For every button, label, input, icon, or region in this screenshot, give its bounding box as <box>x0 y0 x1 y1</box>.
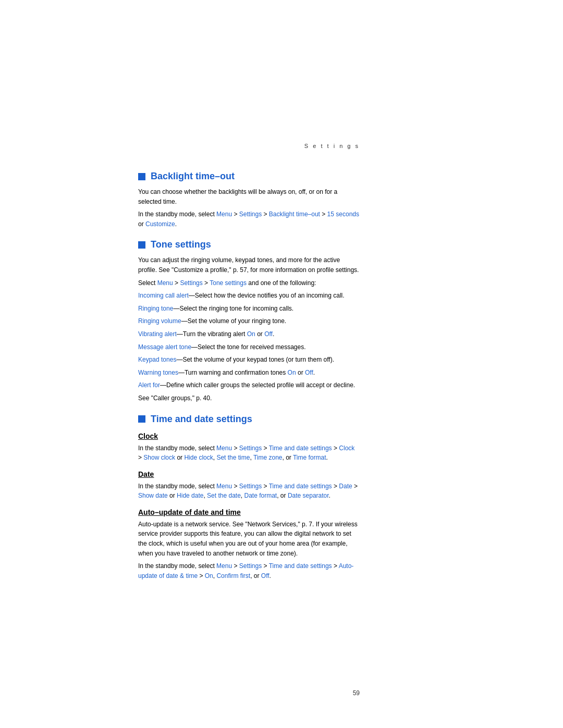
section-icon-timedate <box>138 415 145 423</box>
link-off-1: Off <box>264 330 273 338</box>
subsection-clock: Clock <box>138 432 360 440</box>
tone-item-6: Keypad tones—Set the volume of your keyp… <box>138 355 360 365</box>
section-timedate: Time and date settings <box>138 414 360 425</box>
tone-item-7: Warning tones—Turn warning and confirmat… <box>138 368 360 378</box>
link-settings-1: Settings <box>239 211 262 218</box>
date-instruction: In the standby mode, select Menu > Setti… <box>138 482 360 501</box>
link-show-clock: Show clock <box>143 454 175 461</box>
tone-instruction: Select Menu > Settings > Tone settings a… <box>138 278 360 288</box>
link-settings-5: Settings <box>239 562 262 570</box>
page-container: S e t t i n g s Backlight time–out You c… <box>0 0 563 728</box>
header-title: S e t t i n g s <box>304 143 360 149</box>
subsection-autoupdate: Auto–update of date and time <box>138 508 360 516</box>
link-on-2: On <box>288 369 296 376</box>
link-menu-4: Menu <box>216 483 232 490</box>
page-number: 59 <box>353 689 360 697</box>
link-time-date-settings-2: Time and date settings <box>269 483 332 490</box>
tone-caller-groups: See "Caller groups," p. 40. <box>138 393 360 403</box>
link-time-date-settings-3: Time and date settings <box>269 562 332 570</box>
subsection-date: Date <box>138 470 360 478</box>
section-title-tone: Tone settings <box>151 239 211 250</box>
tone-item-5: Message alert tone—Select the tone for r… <box>138 342 360 352</box>
section-tone: Tone settings <box>138 239 360 250</box>
link-alert-for: Alert for <box>138 381 160 389</box>
link-off-2: Off <box>305 369 313 376</box>
link-keypad-tones: Keypad tones <box>138 356 176 363</box>
link-time-format: Time format <box>293 454 326 461</box>
link-time-zone: Time zone <box>253 454 283 461</box>
tone-item-2: Ringing tone—Select the ringing tone for… <box>138 304 360 314</box>
link-customize: Customize <box>145 220 175 228</box>
content-area: Backlight time–out You can choose whethe… <box>0 171 563 581</box>
link-hide-clock: Hide clock <box>184 454 213 461</box>
tone-item-8: Alert for—Define which caller groups the… <box>138 380 360 390</box>
autoupdate-instruction: In the standby mode, select Menu > Setti… <box>138 561 360 581</box>
clock-instruction: In the standby mode, select Menu > Setti… <box>138 443 360 463</box>
section-backlight: Backlight time–out <box>138 171 360 182</box>
link-on-3: On <box>205 572 213 579</box>
section-title-backlight: Backlight time–out <box>151 171 235 182</box>
tone-item-3: Ringing volume—Set the volume of your ri… <box>138 316 360 326</box>
link-settings-3: Settings <box>239 445 262 452</box>
link-time-date-settings-1: Time and date settings <box>269 445 332 452</box>
link-tone-settings: Tone settings <box>210 279 247 287</box>
link-message-alert-tone: Message alert tone <box>138 343 191 351</box>
link-warning-tones: Warning tones <box>138 369 178 376</box>
link-off-3: Off <box>261 572 270 579</box>
tone-item-4: Vibrating alert—Turn the vibrating alert… <box>138 329 360 339</box>
link-confirm-first: Confirm first <box>216 572 250 579</box>
link-date-separator: Date separator <box>288 492 329 499</box>
tone-desc: You can adjust the ringing volume, keypa… <box>138 255 360 275</box>
link-menu-1: Menu <box>216 211 232 218</box>
link-date-format: Date format <box>244 492 277 499</box>
link-incoming-call-alert: Incoming call alert <box>138 292 189 299</box>
link-menu-3: Menu <box>216 445 232 452</box>
autoupdate-desc: Auto-update is a network service. See "N… <box>138 520 360 558</box>
link-settings-4: Settings <box>239 483 262 490</box>
link-menu-5: Menu <box>216 562 232 570</box>
section-title-timedate: Time and date settings <box>151 414 252 425</box>
section-icon-tone <box>138 241 145 249</box>
link-menu-2: Menu <box>157 279 173 287</box>
link-ringing-tone: Ringing tone <box>138 305 173 312</box>
link-set-time: Set the time <box>216 454 250 461</box>
tone-item-1: Incoming call alert—Select how the devic… <box>138 291 360 301</box>
backlight-instruction: In the standby mode, select Menu > Setti… <box>138 209 360 229</box>
link-15seconds: 15 seconds <box>327 211 359 218</box>
link-date: Date <box>339 483 352 490</box>
link-set-date: Set the date <box>207 492 241 499</box>
link-settings-2: Settings <box>180 279 202 287</box>
link-show-date: Show date <box>138 492 168 499</box>
backlight-desc: You can choose whether the backlights wi… <box>138 187 360 206</box>
link-ringing-volume: Ringing volume <box>138 317 181 325</box>
link-backlight-timeout: Backlight time–out <box>269 211 320 218</box>
header-section: S e t t i n g s <box>0 0 563 161</box>
link-on-1: On <box>247 330 255 338</box>
section-icon-backlight <box>138 173 145 180</box>
link-vibrating-alert: Vibrating alert <box>138 330 177 338</box>
link-clock: Clock <box>339 445 354 452</box>
link-hide-date: Hide date <box>177 492 203 499</box>
